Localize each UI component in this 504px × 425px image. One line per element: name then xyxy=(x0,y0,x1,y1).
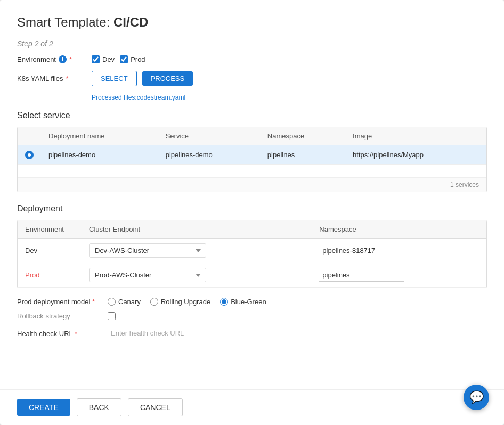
th-cluster-endpoint: Cluster Endpoint xyxy=(82,220,312,239)
environment-label: Environment i * xyxy=(17,55,92,63)
env-prod-checkbox-wrap[interactable]: Prod xyxy=(120,55,145,63)
select-service-title: Select service xyxy=(17,111,487,120)
deploy-env-dev: Dev xyxy=(18,239,82,263)
k8s-controls: SELECT PROCESS xyxy=(92,71,487,86)
deployment-header-row: Environment Cluster Endpoint Namespace xyxy=(18,220,486,239)
table-row-empty xyxy=(18,165,486,177)
th-service: Service xyxy=(158,127,260,145)
deploy-cluster-prod: Prod-AWS-Cluster xyxy=(82,263,312,288)
select-button[interactable]: SELECT xyxy=(92,71,137,86)
th-radio xyxy=(18,127,41,145)
deployment-table-container: Environment Cluster Endpoint Namespace D… xyxy=(17,220,487,288)
prod-cluster-select[interactable]: Prod-AWS-Cluster xyxy=(89,268,206,282)
dev-cluster-select[interactable]: Dev-AWS-Cluster xyxy=(89,243,206,258)
radio-blue-green[interactable]: Blue-Green xyxy=(220,298,266,306)
deploy-cluster-dev: Dev-AWS-Cluster xyxy=(82,239,312,263)
th-deploy-namespace: Namespace xyxy=(312,220,486,239)
env-prod-checkbox[interactable] xyxy=(120,55,128,63)
radio-canary[interactable]: Canary xyxy=(108,298,141,306)
processed-files: Processed files:codestream.yaml xyxy=(92,94,487,101)
th-image: Image xyxy=(345,127,486,145)
env-dev-checkbox-wrap[interactable]: Dev xyxy=(92,55,115,63)
prod-deployment-model-label: Prod deployment model * xyxy=(17,298,108,306)
footer: CREATE BACK CANCEL xyxy=(0,389,504,425)
env-dev-checkbox[interactable] xyxy=(92,55,100,63)
table-row[interactable]: pipelines-demo pipelines-demo pipelines … xyxy=(18,145,486,165)
cell-deployment-name: pipelines-demo xyxy=(41,145,158,165)
table-row: Prod Prod-AWS-Cluster xyxy=(18,263,486,288)
select-service-table-container: Deployment name Service Namespace Image … xyxy=(17,127,487,192)
table-row: Dev Dev-AWS-Cluster xyxy=(18,239,486,263)
health-check-row: Health check URL * xyxy=(17,326,487,340)
table-footer: 1 services xyxy=(18,177,486,192)
cell-service: pipelines-demo xyxy=(158,145,260,165)
radio-blue-green-input[interactable] xyxy=(220,298,228,306)
prod-namespace-input[interactable] xyxy=(319,269,404,282)
deployment-title: Deployment xyxy=(17,204,487,214)
chat-fab[interactable]: 💬 xyxy=(464,385,489,410)
environment-row: Environment i * Dev Prod xyxy=(17,55,487,63)
health-check-input[interactable] xyxy=(108,326,262,340)
deployment-model-radio-group: Canary Rolling Upgrade Blue-Green xyxy=(108,298,266,306)
deployment-table: Environment Cluster Endpoint Namespace D… xyxy=(18,220,486,288)
process-button[interactable]: PROCESS xyxy=(142,71,193,86)
radio-rolling-upgrade-label: Rolling Upgrade xyxy=(161,298,210,306)
radio-blue-green-label: Blue-Green xyxy=(231,298,266,306)
prod-deployment-model-row: Prod deployment model * Canary Rolling U… xyxy=(17,298,487,306)
cell-namespace: pipelines xyxy=(260,145,345,165)
environment-controls: Dev Prod xyxy=(92,55,487,63)
main-content: Smart Template: CI/CD Step 2 of 2 Enviro… xyxy=(0,0,504,389)
chat-icon: 💬 xyxy=(469,390,484,404)
environment-info-icon[interactable]: i xyxy=(59,55,67,63)
cell-image: https://pipelines/Myapp xyxy=(345,145,486,165)
k8s-row: K8s YAML files * SELECT PROCESS xyxy=(17,71,487,86)
radio-rolling-upgrade[interactable]: Rolling Upgrade xyxy=(150,298,210,306)
health-check-label: Health check URL * xyxy=(17,330,108,338)
main-window: Smart Template: CI/CD Step 2 of 2 Enviro… xyxy=(0,0,504,425)
deploy-namespace-prod xyxy=(312,263,486,288)
deploy-env-prod: Prod xyxy=(18,263,82,288)
th-deployment-name: Deployment name xyxy=(41,127,158,145)
create-button[interactable]: CREATE xyxy=(17,399,70,416)
rollback-label: Rollback strategy xyxy=(17,312,108,320)
step-label: Step 2 of 2 xyxy=(17,39,487,48)
back-button[interactable]: BACK xyxy=(77,398,121,416)
deploy-namespace-dev xyxy=(312,239,486,263)
radio-canary-label: Canary xyxy=(118,298,141,306)
cluster-select-wrap-prod: Prod-AWS-Cluster xyxy=(89,268,304,282)
cancel-button[interactable]: CANCEL xyxy=(128,398,183,416)
page-title: Smart Template: CI/CD xyxy=(17,15,487,30)
k8s-label: K8s YAML files * xyxy=(17,75,92,83)
service-table-header-row: Deployment name Service Namespace Image xyxy=(18,127,486,145)
rollback-strategy-row: Rollback strategy xyxy=(17,312,487,320)
radio-canary-input[interactable] xyxy=(108,298,116,306)
cluster-select-wrap-dev: Dev-AWS-Cluster xyxy=(89,243,304,258)
radio-selected-dot xyxy=(25,151,34,159)
th-deploy-env: Environment xyxy=(18,220,82,239)
radio-rolling-upgrade-input[interactable] xyxy=(150,298,158,306)
dev-namespace-input[interactable] xyxy=(319,244,404,257)
select-service-table: Deployment name Service Namespace Image … xyxy=(18,127,486,177)
th-namespace: Namespace xyxy=(260,127,345,145)
row-radio xyxy=(18,145,41,165)
rollback-checkbox[interactable] xyxy=(108,312,116,320)
